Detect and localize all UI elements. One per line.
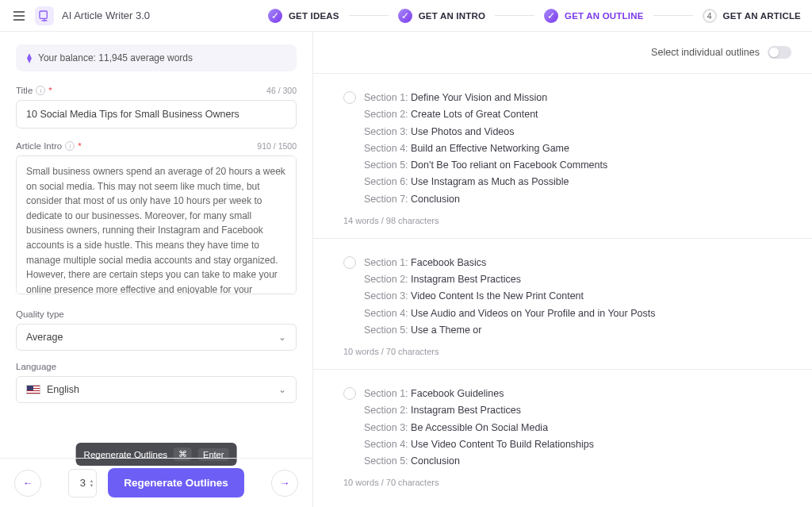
outline-section-line: Section 5: Conclusion (364, 453, 791, 470)
outline-count-stepper[interactable]: 3 ▲▼ (68, 469, 97, 497)
stepper-down-icon[interactable]: ▼ (89, 483, 94, 488)
step-get-article[interactable]: 4 GET AN ARTICLE (703, 9, 801, 23)
next-button[interactable]: → (271, 470, 298, 497)
outline-section-line: Section 1: Facebook Guidelines (364, 386, 791, 402)
menu-icon[interactable] (11, 8, 27, 24)
individual-outlines-toggle[interactable] (768, 46, 791, 59)
outline-card[interactable]: Section 1: Facebook GuidelinesSection 2:… (313, 369, 812, 500)
right-panel: Select individual outlines Section 1: De… (313, 32, 812, 507)
outline-section-line: Section 2: Create Lots of Great Content (364, 106, 791, 123)
stepper: ✓ GET IDEAS ✓ GET AN INTRO ✓ GET AN OUTL… (268, 9, 801, 23)
intro-charcount: 910 / 1500 (257, 141, 297, 151)
info-icon[interactable]: i (36, 86, 45, 95)
outline-section-line: Section 5: Use a Theme or (364, 322, 791, 339)
outline-meta: 10 words / 70 characters (343, 478, 791, 487)
step-number-icon: 4 (703, 9, 717, 23)
step-divider (349, 15, 389, 16)
top-bar: AI Article Writer 3.0 ✓ GET IDEAS ✓ GET … (0, 0, 812, 32)
outline-section-line: Section 1: Define Your Vision and Missio… (364, 90, 791, 106)
title-charcount: 46 / 300 (266, 86, 297, 95)
chevron-down-icon: ⌄ (278, 332, 286, 343)
bolt-icon: ⧫ (27, 52, 32, 63)
us-flag-icon (26, 385, 40, 394)
check-icon: ✓ (398, 9, 412, 23)
prev-button[interactable]: ← (14, 470, 41, 497)
chevron-down-icon: ⌄ (278, 384, 286, 395)
outline-section-line: Section 7: Conclusion (364, 191, 791, 208)
svg-rect-3 (40, 11, 47, 18)
quality-label: Quality type (16, 309, 297, 319)
intro-textarea[interactable] (16, 156, 297, 294)
check-icon: ✓ (544, 9, 558, 23)
outline-section-line: Section 5: Don't Be Too reliant on Faceb… (364, 157, 791, 174)
outline-section-line: Section 3: Be Accessible On Social Media (364, 420, 791, 436)
step-get-ideas[interactable]: ✓ GET IDEAS (268, 9, 339, 23)
outline-section-line: Section 2: Instagram Best Practices (364, 402, 791, 419)
outline-radio[interactable] (343, 91, 356, 104)
outline-section-line: Section 3: Use Photos and Videos (364, 124, 791, 140)
language-label: Language (16, 362, 297, 371)
step-get-intro[interactable]: ✓ GET AN INTRO (398, 9, 485, 23)
app-logo-icon (35, 6, 54, 25)
title-label: Title i * (16, 86, 52, 95)
arrow-left-icon: ← (23, 477, 33, 489)
balance-text: Your balance: 11,945 average words (38, 52, 193, 63)
title-input[interactable] (16, 100, 297, 129)
outline-radio[interactable] (343, 387, 356, 400)
arrow-right-icon: → (280, 477, 290, 489)
outline-meta: 10 words / 70 characters (343, 347, 791, 356)
regenerate-button[interactable]: Regenerate Outlines (108, 468, 243, 497)
outline-section-line: Section 4: Use Audio and Videos on Your … (364, 305, 791, 322)
step-divider (495, 15, 534, 16)
info-icon[interactable]: i (65, 141, 75, 151)
language-select[interactable]: English ⌄ (16, 376, 297, 403)
outline-card[interactable]: Section 1: Define Your Vision and Missio… (313, 73, 812, 238)
outline-section-line: Section 4: Build an Effective Networking… (364, 140, 791, 157)
toggle-label: Select individual outlines (651, 47, 760, 58)
step-divider (653, 15, 693, 16)
outline-section-line: Section 4: Use Video Content To Build Re… (364, 436, 791, 453)
left-footer: ← 3 ▲▼ Regenerate Outlines → (0, 458, 312, 507)
outline-section-line: Section 3: Video Content Is the New Prin… (364, 288, 791, 305)
outline-radio[interactable] (343, 256, 356, 269)
outline-card[interactable]: Section 1: Facebook BasicsSection 2: Ins… (313, 238, 812, 369)
outline-section-line: Section 2: Instagram Best Practices (364, 271, 791, 288)
outline-section-line: Section 1: Facebook Basics (364, 255, 791, 271)
outline-section-line: Section 6: Use Instagram as Much as Poss… (364, 174, 791, 190)
left-panel: ⧫ Your balance: 11,945 average words Tit… (0, 32, 313, 507)
step-get-outline[interactable]: ✓ GET AN OUTLINE (544, 9, 643, 23)
balance-badge: ⧫ Your balance: 11,945 average words (16, 44, 297, 71)
app-title: AI Article Writer 3.0 (62, 10, 150, 21)
outline-meta: 14 words / 98 characters (343, 216, 791, 225)
intro-label: Article Intro i * (16, 141, 82, 151)
quality-select[interactable]: Average ⌄ (16, 324, 297, 351)
check-icon: ✓ (268, 9, 282, 23)
